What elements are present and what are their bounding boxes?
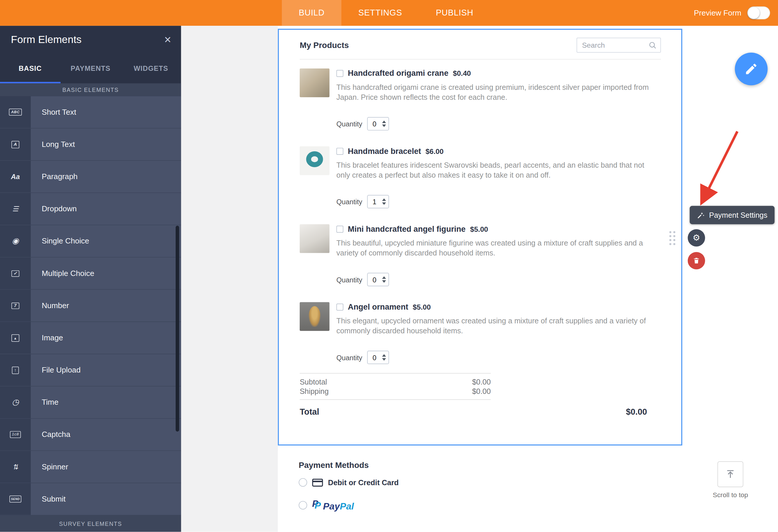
sidebar-item-paragraph[interactable]: Aa Paragraph	[0, 161, 181, 193]
tab-payments[interactable]: PAYMENTS	[60, 54, 121, 83]
sidebar-item-number[interactable]: 7 Number	[0, 290, 181, 322]
quantity-stepper[interactable]: 1	[367, 195, 389, 208]
stepper-arrows-icon[interactable]	[381, 276, 387, 283]
divider	[300, 59, 661, 60]
top-header-bar: BUILD SETTINGS PUBLISH Preview Form	[0, 0, 778, 26]
paragraph-icon: Aa	[0, 161, 31, 192]
products-field[interactable]: My Products Handcra	[278, 29, 682, 445]
section-basic-elements: BASIC ELEMENTS	[0, 83, 181, 96]
credit-card-icon	[312, 478, 323, 486]
tab-build[interactable]: BUILD	[282, 0, 341, 26]
product-image-bracelet	[300, 146, 330, 175]
sidebar-item-file-upload[interactable]: ↑ File Upload	[0, 354, 181, 386]
search-icon	[649, 41, 656, 49]
radio-paypal[interactable]	[299, 501, 307, 510]
product-checkbox[interactable]	[336, 148, 343, 155]
search-input[interactable]	[581, 41, 649, 50]
product-description: This elegant, upcycled ornament was crea…	[336, 316, 659, 336]
sidebar-item-submit[interactable]: SEND Submit	[0, 483, 181, 515]
sidebar-item-image[interactable]: ▲ Image	[0, 322, 181, 354]
panel-tabs: BASIC PAYMENTS WIDGETS	[0, 54, 181, 83]
products-title: My Products	[300, 40, 349, 50]
annotation-arrow	[694, 126, 748, 208]
payment-methods-field[interactable]: Payment Methods Debit or Credit Card Pay…	[278, 451, 682, 532]
stepper-arrows-icon[interactable]	[381, 198, 387, 205]
header-tabs: BUILD SETTINGS PUBLISH	[282, 0, 490, 26]
quantity-stepper[interactable]: 0	[367, 351, 389, 364]
tab-settings[interactable]: SETTINGS	[341, 0, 419, 26]
shipping-label: Shipping	[300, 386, 329, 396]
shipping-value: $0.00	[472, 386, 491, 396]
product-checkbox[interactable]	[336, 303, 343, 311]
radio-credit-card[interactable]	[299, 478, 307, 486]
sidebar-item-short-text[interactable]: ABC Short Text	[0, 96, 181, 128]
dropdown-icon: ☰	[0, 193, 31, 225]
sidebar-scrollbar[interactable]	[176, 226, 179, 432]
panel-title: Form Elements	[11, 34, 81, 46]
quantity-label: Quantity	[336, 276, 362, 283]
quantity-stepper[interactable]: 0	[367, 273, 389, 286]
product-row: Handmade bracelet $6.00 This bracelet fe…	[300, 146, 661, 208]
single-choice-icon: ◉	[0, 225, 31, 257]
number-icon: 7	[0, 290, 31, 321]
quantity-stepper[interactable]: 0	[367, 117, 389, 130]
payment-methods-title: Payment Methods	[299, 460, 682, 470]
stepper-arrows-icon[interactable]	[381, 120, 387, 127]
product-search	[576, 38, 661, 53]
product-price: $0.40	[453, 69, 471, 77]
tab-widgets[interactable]: WIDGETS	[121, 54, 181, 83]
sidebar-item-spinner[interactable]: ⇅ Spinner	[0, 451, 181, 483]
product-checkbox[interactable]	[336, 226, 343, 233]
paypal-mark-icon	[312, 499, 322, 510]
product-row: Handcrafted origami crane $0.40 This han…	[300, 69, 661, 130]
subtotal-value: $0.00	[472, 377, 491, 386]
total-row: Total $0.00	[300, 407, 647, 417]
product-image-ornament	[300, 302, 330, 331]
sidebar-item-dropdown[interactable]: ☰ Dropdown	[0, 193, 181, 225]
delete-field-button[interactable]	[688, 252, 705, 269]
subtotal-label: Subtotal	[300, 377, 327, 386]
trash-icon	[693, 257, 700, 264]
workspace-gutter	[181, 26, 278, 532]
product-image-figurine	[300, 224, 330, 253]
drag-handle[interactable]	[670, 231, 675, 245]
form-elements-panel: Form Elements × BASIC PAYMENTS WIDGETS B…	[0, 26, 181, 532]
quantity-label: Quantity	[336, 354, 362, 361]
product-description: This beautiful, upcycled miniature figur…	[336, 238, 659, 258]
sidebar-item-captcha[interactable]: 1c8 Captcha	[0, 419, 181, 451]
image-icon: ▲	[0, 322, 31, 354]
field-settings-button[interactable]: ⚙	[688, 229, 705, 246]
file-upload-icon: ↑	[0, 354, 31, 386]
product-row: Angel ornament $5.00 This elegant, upcyc…	[300, 302, 661, 364]
product-price: $6.00	[425, 147, 444, 155]
sidebar-item-multiple-choice[interactable]: ✓ Multiple Choice	[0, 258, 181, 290]
form-builder-window: BUILD SETTINGS PUBLISH Preview Form Form…	[0, 0, 778, 532]
multiple-choice-icon: ✓	[0, 258, 31, 289]
product-checkbox[interactable]	[336, 70, 343, 77]
payment-settings-button[interactable]: Payment Settings	[690, 206, 774, 225]
form-designer-button[interactable]	[735, 53, 768, 85]
sidebar-item-single-choice[interactable]: ◉ Single Choice	[0, 225, 181, 258]
close-icon[interactable]: ×	[164, 34, 171, 46]
section-survey-elements: SURVEY ELEMENTS	[0, 515, 181, 532]
total-value: $0.00	[626, 407, 647, 417]
panel-header: Form Elements ×	[0, 26, 181, 54]
product-price: $5.00	[413, 303, 431, 311]
product-price: $5.00	[470, 225, 488, 233]
total-label: Total	[300, 407, 319, 417]
long-text-icon: A	[0, 128, 31, 160]
payment-option-card[interactable]: Debit or Credit Card	[299, 478, 682, 486]
sidebar-item-long-text[interactable]: A Long Text	[0, 128, 181, 161]
scroll-to-top-button[interactable]: Scroll to top	[701, 461, 760, 499]
payment-option-paypal[interactable]: PayPal	[299, 499, 682, 512]
product-description: This bracelet features iridescent Swarov…	[336, 160, 659, 180]
stepper-arrows-icon[interactable]	[381, 354, 387, 360]
paypal-logo: PayPal	[312, 499, 354, 512]
gear-icon: ⚙	[693, 233, 700, 243]
tab-publish[interactable]: PUBLISH	[419, 0, 490, 26]
tab-basic[interactable]: BASIC	[0, 54, 60, 83]
magic-wand-icon	[697, 211, 705, 219]
preview-form-toggle[interactable]	[747, 6, 770, 19]
sidebar-item-time[interactable]: ◷ Time	[0, 386, 181, 419]
captcha-icon: 1c8	[0, 419, 31, 450]
